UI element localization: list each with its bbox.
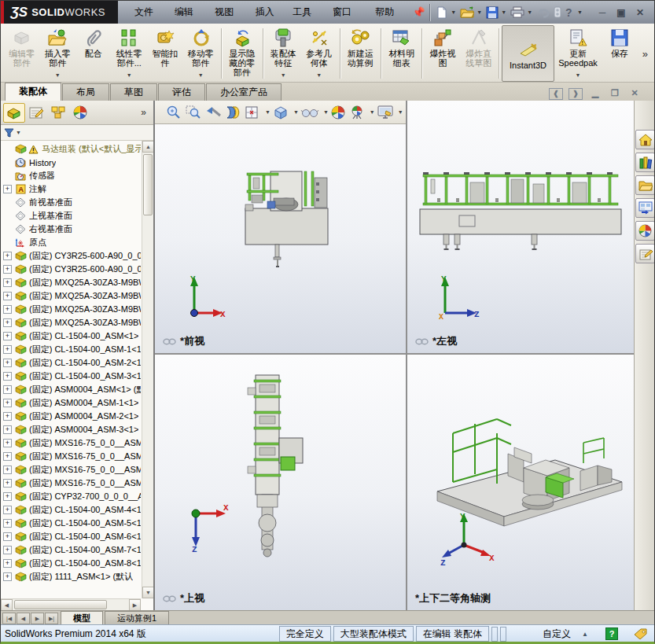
zoom-area-icon[interactable] bbox=[185, 105, 202, 120]
status-help-icon[interactable]: ? bbox=[605, 627, 618, 640]
ribbon-tab[interactable]: 装配体 bbox=[5, 83, 61, 101]
tree-item-component[interactable]: + (固定) CL-1504-00_ASM-7<1 bbox=[2, 543, 141, 557]
save-large-button[interactable]: 保存 bbox=[602, 25, 638, 82]
tree-item-component[interactable]: + (固定) MXQ25A-30ZA3-M9BW bbox=[2, 289, 141, 303]
tree-item-origin[interactable]: 原点 bbox=[2, 236, 141, 249]
tab-scroll-last-button[interactable]: ▶| bbox=[45, 613, 58, 624]
chevron-down-icon[interactable]: ▼ bbox=[323, 109, 329, 115]
featuremanager-tab[interactable] bbox=[3, 103, 25, 123]
tree-item-sensors[interactable]: 传感器 bbox=[2, 169, 141, 182]
tree-item-component[interactable]: + (固定) MXQ25A-30ZA3-M9BW bbox=[2, 303, 141, 316]
tree-item-component[interactable]: + (固定) CL-1504-00_ASM-4<1 bbox=[2, 503, 141, 517]
tree-item-component[interactable]: + (固定) CL-1504-00_ASM-2<1 bbox=[2, 356, 141, 370]
tree-item-component[interactable]: + (固定) ASM0004_ASM-2<1> bbox=[2, 410, 141, 423]
linear-component-pattern-button[interactable]: 线性零部件... ▼ bbox=[112, 25, 148, 82]
expand-icon[interactable]: + bbox=[3, 572, 12, 581]
view-settings-icon[interactable] bbox=[377, 105, 394, 120]
custom-properties-tab[interactable] bbox=[635, 244, 655, 263]
tree-item-component[interactable]: + (固定) MXQ25A-30ZA3-M9BW bbox=[2, 316, 141, 329]
scroll-up-arrow[interactable]: ▲ bbox=[142, 141, 153, 153]
expand-icon[interactable]: + bbox=[3, 332, 12, 340]
smart-fasteners-button[interactable]: 智能扣件 bbox=[147, 25, 183, 82]
scroll-right-arrow[interactable]: ▶ bbox=[129, 599, 141, 610]
rebuild-button[interactable] bbox=[552, 5, 563, 20]
tree-item-component[interactable]: + (固定) MXQ25A-30ZA3-M9BW bbox=[2, 276, 141, 289]
design-library-tab[interactable] bbox=[635, 153, 655, 172]
pane-front-view[interactable]: ▼ ▼ ▼ bbox=[155, 101, 406, 353]
show-hidden-components-button[interactable]: 显示隐藏的零部件 bbox=[224, 25, 260, 82]
view-palette-tab[interactable] bbox=[635, 198, 655, 218]
tree-item-component[interactable]: + (固定) CL-1504-00_ASM-8<1 bbox=[2, 557, 141, 570]
tree-item-component[interactable]: + (固定) CYP32-700_0_0_0__A bbox=[2, 490, 141, 503]
expand-icon[interactable]: + bbox=[3, 492, 12, 501]
file-explorer-tab[interactable] bbox=[635, 175, 655, 195]
toolbar-overflow-chevron[interactable]: » bbox=[638, 48, 653, 60]
tree-vertical-scrollbar[interactable]: ▲ ▼ bbox=[142, 141, 153, 598]
pane-isometric-view[interactable]: Y X Z *上下二等角轴测 bbox=[407, 355, 634, 610]
chevron-down-icon[interactable]: ▼ bbox=[370, 109, 375, 115]
new-motion-study-button[interactable]: 新建运动算例 bbox=[342, 25, 378, 82]
move-component-button[interactable]: 移动零部件 ▼ bbox=[183, 25, 219, 82]
undo-button[interactable] bbox=[535, 5, 551, 20]
exploded-view-button[interactable]: 爆炸视图 bbox=[425, 25, 461, 82]
chevron-down-icon[interactable]: ▼ bbox=[527, 9, 532, 15]
tree-item-component[interactable]: + (固定) MXS16-75_0_0__ASM bbox=[2, 450, 141, 463]
scrollbar-thumb[interactable] bbox=[143, 154, 153, 215]
bill-of-materials-button[interactable]: 材料明细表 bbox=[384, 25, 420, 82]
expand-icon[interactable]: + bbox=[3, 345, 12, 354]
tree-item-component[interactable]: + (固定) CY3R25-600-A90_0_0 bbox=[2, 249, 141, 263]
expand-icon[interactable]: + bbox=[3, 252, 12, 260]
zoom-fit-icon[interactable] bbox=[165, 105, 182, 120]
tree-item-history[interactable]: History bbox=[2, 156, 141, 169]
open-button[interactable] bbox=[459, 5, 475, 20]
section-view-icon[interactable] bbox=[224, 105, 241, 120]
chevron-down-icon[interactable]: ▼ bbox=[398, 109, 403, 115]
insert-component-button[interactable]: 插入零部件 ▼ bbox=[40, 25, 76, 82]
tree-item-component[interactable]: + (固定) MXS16-75_0_0__ASM bbox=[2, 463, 141, 477]
doc-restore-button[interactable]: ❐ bbox=[608, 88, 622, 100]
tree-item-component[interactable]: + (固定) ASM0004_ASM-3<1> bbox=[2, 423, 141, 436]
edit-component-button[interactable]: 编辑零部件 bbox=[4, 25, 40, 82]
scroll-left-arrow[interactable]: ◀ bbox=[1, 599, 13, 610]
tree-item-component[interactable]: + (固定) ASM0004_ASM-1<1> bbox=[2, 396, 141, 410]
expand-icon[interactable]: + bbox=[3, 318, 12, 327]
print-button[interactable] bbox=[510, 5, 525, 20]
filter-funnel-icon[interactable] bbox=[4, 128, 14, 138]
assembly-features-button[interactable]: 装配体特征 ▼ bbox=[265, 25, 301, 82]
mate-button[interactable]: 配合 bbox=[75, 25, 112, 82]
tree-horizontal-scrollbar[interactable]: ◀ ▶ bbox=[1, 598, 141, 610]
tree-item-component[interactable]: + (固定) CL-1504-00_ASM<1> bbox=[2, 329, 141, 343]
new-document-button[interactable] bbox=[435, 5, 449, 20]
view-orientation-icon[interactable] bbox=[244, 105, 261, 120]
close-button[interactable]: ✕ bbox=[634, 6, 646, 19]
displaymanager-tab[interactable] bbox=[69, 103, 91, 123]
tree-item-component[interactable]: + (固定) CY3R25-600-A90_0_0 bbox=[2, 263, 141, 276]
expand-icon[interactable]: + bbox=[3, 185, 12, 193]
expand-icon[interactable]: + bbox=[3, 466, 12, 474]
expand-icon[interactable]: + bbox=[3, 439, 12, 447]
expand-icon[interactable]: + bbox=[3, 532, 12, 541]
tab-scroll-next-button[interactable]: ▶ bbox=[31, 613, 44, 624]
ribbon-tab[interactable]: 布局 bbox=[62, 83, 109, 101]
tree-item-top-plane[interactable]: 上视基准面 bbox=[2, 209, 141, 223]
scrollbar-thumb[interactable] bbox=[14, 600, 107, 609]
edit-appearance-icon[interactable] bbox=[330, 105, 346, 120]
update-speedpak-button[interactable]: ! 更新Speedpak ▼ bbox=[554, 25, 602, 82]
tree-item-component[interactable]: + (固定) CL-1504-00_ASM-6<1 bbox=[2, 530, 141, 543]
menu-item[interactable]: 窗口(W) bbox=[326, 1, 368, 24]
expand-icon[interactable]: + bbox=[3, 546, 12, 554]
appearances-tab[interactable] bbox=[635, 221, 655, 241]
chevron-down-icon[interactable]: ▼ bbox=[293, 109, 299, 115]
tree-item-component[interactable]: + (固定) ASM0004_ASM<1> (默 bbox=[2, 383, 141, 396]
bottom-tab[interactable]: 模型 bbox=[61, 611, 103, 624]
tree-item-component[interactable]: + (固定) CL-1504-00_ASM-1<1 bbox=[2, 343, 141, 356]
reference-geometry-button[interactable]: 参考几何体 ▼ bbox=[301, 25, 337, 82]
split-left-button[interactable]: ❰ bbox=[549, 88, 563, 100]
menu-item[interactable]: 帮助(H) bbox=[368, 1, 409, 24]
expand-icon[interactable]: + bbox=[3, 399, 12, 407]
tree-item-component[interactable]: + (固定) CL-1504-00_ASM-3<1 bbox=[2, 370, 141, 383]
pane-top-view[interactable]: X Z *上视 bbox=[155, 355, 406, 610]
apply-scene-icon[interactable] bbox=[348, 105, 366, 120]
chevron-up-icon[interactable]: ▲ bbox=[582, 631, 588, 638]
configurationmanager-tab[interactable] bbox=[47, 103, 69, 123]
